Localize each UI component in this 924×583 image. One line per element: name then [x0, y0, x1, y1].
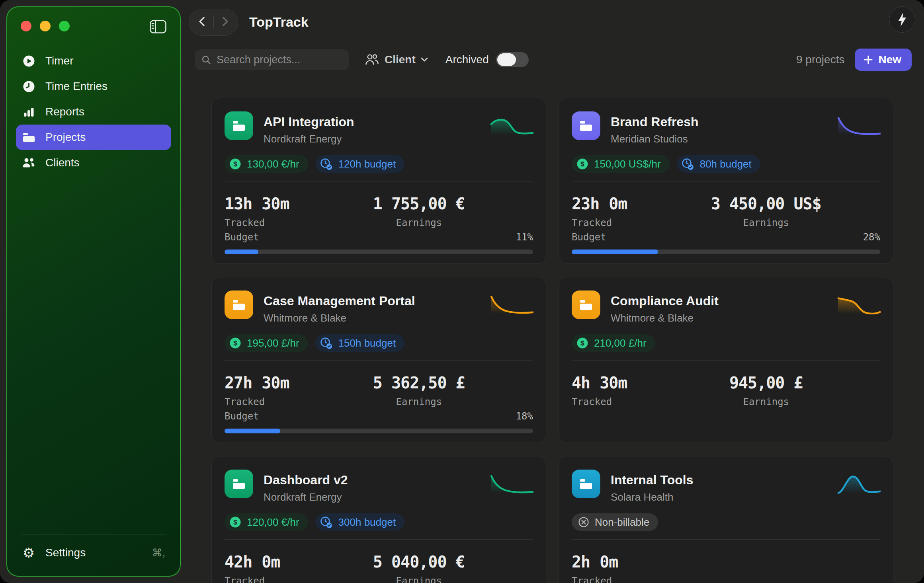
sidebar-item-label: Clients — [45, 156, 80, 169]
folder-icon — [22, 132, 35, 143]
search-icon — [201, 55, 211, 65]
earnings-label: Earnings — [354, 396, 484, 408]
project-title: Brand Refresh — [611, 115, 699, 129]
clock-check-icon — [319, 515, 334, 529]
zoom-window-icon[interactable] — [59, 21, 70, 31]
sidebar-toggle-icon[interactable] — [150, 20, 166, 33]
sidebar: Timer Time Entries Reports Proje — [6, 6, 181, 577]
project-title: Dashboard v2 — [264, 473, 348, 487]
back-button[interactable] — [197, 16, 208, 29]
sidebar-item-label: Projects — [45, 131, 86, 144]
budget-label: Budget — [572, 232, 606, 243]
earnings-block: 945,00 £ Earnings — [701, 374, 831, 408]
sidebar-item-settings[interactable]: ⚙ Settings ⌘, — [16, 540, 171, 565]
sidebar-item-timer[interactable]: Timer — [16, 48, 171, 74]
budget-label: Budget — [225, 411, 259, 422]
project-folder-icon — [572, 470, 600, 498]
quick-action-button[interactable] — [889, 6, 915, 33]
budget-badge: 80h budget — [677, 155, 760, 173]
project-card[interactable]: Case Management Portal Whitmore & Blake … — [211, 277, 546, 443]
history-nav — [189, 9, 238, 36]
svg-text:$: $ — [233, 519, 237, 526]
people-icon — [22, 157, 35, 169]
top-bar: TopTrack — [183, 0, 924, 40]
rate-badge: $ 195,00 £/hr — [225, 334, 308, 352]
earnings-value: 945,00 £ — [701, 374, 831, 392]
dollar-circle-icon: $ — [229, 336, 242, 350]
tracked-time: 23h0m — [572, 195, 627, 213]
tracked-time: 4h30m — [572, 374, 627, 392]
clock-icon — [23, 80, 35, 93]
clock-check-icon — [319, 157, 334, 171]
project-folder-icon — [225, 291, 253, 319]
budget-progress-fill — [572, 250, 658, 254]
folder-icon — [231, 119, 246, 133]
minimize-window-icon[interactable] — [40, 21, 51, 31]
budget-progress-track — [572, 250, 880, 254]
budget-badge: 300h budget — [315, 513, 405, 531]
cross-circle-icon — [577, 516, 590, 528]
sidebar-nav: Timer Time Entries Reports Proje — [7, 48, 180, 175]
project-card[interactable]: Dashboard v2 Nordkraft Energy $ 120,00 €… — [211, 456, 546, 583]
budget-badge: 120h budget — [315, 155, 405, 173]
project-grid: API Integration Nordkraft Energy $ 130,0… — [183, 98, 924, 583]
sidebar-item-projects[interactable]: Projects — [16, 125, 171, 150]
project-client: Nordkraft Energy — [264, 491, 348, 503]
dollar-circle-icon: $ — [229, 515, 242, 529]
client-filter[interactable]: Client — [365, 53, 428, 66]
card-divider — [572, 181, 880, 181]
tracked-label: Tracked — [572, 217, 627, 228]
activity-sparkline — [838, 295, 881, 315]
project-client: Meridian Studios — [611, 133, 699, 145]
sidebar-item-reports[interactable]: Reports — [16, 99, 171, 125]
tracked-time: 13h30m — [225, 195, 289, 213]
tracked-label: Tracked — [225, 396, 289, 408]
client-filter-label: Client — [385, 53, 416, 66]
activity-sparkline — [490, 116, 533, 136]
app-window: Timer Time Entries Reports Proje — [0, 0, 924, 583]
sidebar-item-time-entries[interactable]: Time Entries — [16, 74, 171, 99]
earnings-value: 3 450,00 US$ — [701, 195, 831, 213]
project-folder-icon — [225, 111, 253, 140]
archived-label: Archived — [445, 53, 489, 66]
settings-label: Settings — [45, 546, 86, 559]
project-card[interactable]: Compliance Audit Whitmore & Blake $ 210,… — [559, 277, 893, 443]
folder-icon — [231, 478, 246, 491]
tracked-label: Tracked — [572, 396, 627, 408]
new-project-button[interactable]: New — [855, 49, 912, 71]
earnings-label: Earnings — [354, 575, 484, 583]
project-title: API Integration — [264, 115, 354, 129]
project-client: Solara Health — [611, 491, 693, 503]
svg-text:$: $ — [580, 339, 584, 347]
archived-toggle[interactable] — [496, 52, 529, 67]
search-input[interactable] — [217, 54, 342, 66]
project-card[interactable]: Internal Tools Solara Health Non-billabl… — [559, 456, 893, 583]
budget-percent: 28% — [863, 232, 880, 243]
search-box[interactable] — [195, 49, 349, 70]
toggle-knob — [497, 53, 516, 66]
project-card[interactable]: API Integration Nordkraft Energy $ 130,0… — [211, 98, 546, 264]
folder-icon — [578, 478, 594, 491]
clock-check-icon — [681, 157, 695, 171]
sidebar-item-label: Timer — [45, 55, 74, 67]
folder-icon — [578, 119, 594, 133]
budget-label: Budget — [225, 232, 259, 243]
budget-section: Budget 18% — [225, 411, 533, 433]
rate-badge: $ 150,00 US$/hr — [572, 155, 670, 173]
project-folder-icon — [225, 470, 253, 498]
earnings-block: 5 362,50 £ Earnings — [354, 374, 484, 408]
sidebar-divider — [21, 534, 166, 534]
rate-badge: $ 120,00 €/hr — [225, 513, 308, 531]
page-title: TopTrack — [249, 14, 309, 30]
sidebar-item-label: Reports — [45, 105, 84, 118]
budget-section: Budget 11% — [225, 232, 533, 254]
earnings-label: Earnings — [701, 217, 831, 228]
project-title: Case Management Portal — [264, 294, 415, 308]
earnings-block: 1 755,00 € Earnings — [354, 195, 484, 228]
sidebar-item-clients[interactable]: Clients — [16, 150, 171, 175]
close-window-icon[interactable] — [21, 21, 31, 31]
forward-button[interactable] — [219, 16, 231, 29]
project-client: Whitmore & Blake — [611, 312, 719, 324]
project-card[interactable]: Brand Refresh Meridian Studios $ 150,00 … — [559, 98, 893, 264]
project-count: 9 projects — [796, 53, 844, 66]
